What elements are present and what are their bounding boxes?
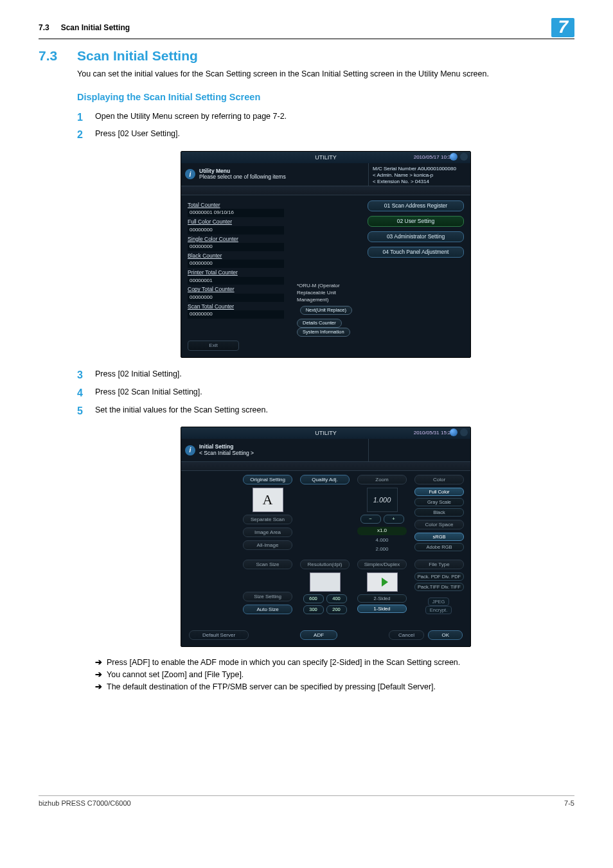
zoom-plus-button[interactable]: +	[384, 515, 404, 524]
zoom-value: 1.000	[367, 488, 398, 512]
default-server-button[interactable]: Default Server	[189, 630, 249, 640]
file-type-tiff[interactable]: Pack.TIFF Div. TIFF	[414, 583, 464, 591]
step-text-3: Press [02 Initial Setting].	[95, 368, 182, 382]
size-setting-button[interactable]: Size Setting	[243, 592, 292, 601]
scan-initial-setting-screenshot: UTILITY 2010/05/31 15:24 i Initial Setti…	[181, 427, 471, 647]
breadcrumb-2: < Scan Initial Setting >	[199, 450, 254, 457]
system-information-button[interactable]: System Information	[297, 328, 350, 337]
help-icon[interactable]	[450, 153, 458, 161]
auto-size-button[interactable]: Auto Size	[243, 605, 292, 614]
details-counter-button[interactable]: Details Counter	[297, 319, 342, 328]
step-number-2: 2	[77, 128, 95, 142]
exit-button[interactable]: Exit	[188, 341, 239, 351]
play-icon	[382, 578, 388, 587]
resolution-preview	[310, 572, 341, 592]
zoom-button[interactable]: Zoom	[357, 475, 407, 484]
file-type-pdf[interactable]: Pack. PDF Div. PDF	[414, 572, 464, 581]
zoom-x1[interactable]: x1.0	[357, 527, 407, 535]
resolution-button[interactable]: Resolution(dpi)	[300, 560, 350, 569]
original-setting-preview: A	[253, 488, 283, 512]
counter-black-value: 00000000	[188, 260, 284, 268]
res-300-button[interactable]: 300	[303, 605, 324, 614]
panel2-title: UTILITY	[315, 430, 337, 436]
counter-printer-value: 00000001	[188, 277, 284, 285]
color-button[interactable]: Color	[414, 475, 464, 484]
scan-address-register-button[interactable]: 01 Scan Address Register	[368, 200, 464, 211]
step-text-2: Press [02 User Setting].	[95, 128, 180, 142]
panel2-timestamp: 2010/05/31 15:24	[414, 427, 454, 439]
intro-paragraph: You can set the initial values for the S…	[77, 69, 574, 80]
arrow-icon: ➔	[95, 669, 107, 680]
subsection-title: Displaying the Scan Initial Setting Scre…	[77, 91, 574, 104]
counter-single-label: Single Color Counter	[188, 236, 284, 243]
file-type-jpeg[interactable]: JPEG	[428, 598, 450, 606]
counter-scan-value: 00000000	[188, 310, 284, 319]
res-600-button[interactable]: 600	[303, 594, 324, 603]
section-title: Scan Initial Setting	[77, 47, 198, 65]
panel-timestamp: 2010/05/17 10:38	[414, 152, 454, 163]
arrow-icon: ➔	[95, 657, 107, 668]
header-section-number: 7.3	[39, 22, 49, 33]
adobe-rgb-option[interactable]: Adobe RGB	[414, 543, 464, 551]
footer-product: bizhub PRESS C7000/C6000	[39, 799, 131, 808]
zoom-b: 2.000	[357, 546, 407, 553]
one-sided-option[interactable]: 1-Sided	[357, 605, 407, 613]
note-3: The default destination of the FTP/SMB s…	[107, 682, 574, 693]
arrow-icon: ➔	[95, 682, 107, 693]
file-type-button[interactable]: File Type	[414, 560, 464, 569]
simplex-duplex-button[interactable]: Simplex/Duplex	[357, 560, 407, 569]
cancel-button[interactable]: Cancel	[389, 630, 424, 640]
counter-total-label: Total Counter	[188, 202, 284, 209]
info-line2: Please select one of following items	[199, 174, 286, 181]
scan-size-button[interactable]: Scan Size	[243, 560, 292, 569]
full-color-option[interactable]: Full Color	[414, 488, 464, 496]
two-sided-option[interactable]: 2-Sided	[357, 594, 407, 603]
original-setting-button[interactable]: Original Setting	[243, 475, 292, 484]
administrator-setting-button[interactable]: 03 Administrator Setting	[368, 231, 464, 242]
file-type-encrypt[interactable]: Encrypt.	[425, 606, 452, 614]
counter-printer-label: Printer Total Counter	[188, 269, 284, 276]
power-icon[interactable]	[460, 429, 468, 436]
note-2: You cannot set [Zoom] and [File Type].	[107, 669, 574, 680]
adf-button[interactable]: ADF	[300, 630, 337, 640]
orum-note: *ORU-M (Operator Replaceable Unit Manage…	[297, 283, 355, 303]
next-unit-replace-button[interactable]: Next(Unit Replace)	[300, 306, 352, 315]
step-text-5: Set the initial values for the Scan Sett…	[95, 404, 268, 418]
step-text-1: Open the Utility Menu screen by referrin…	[95, 111, 287, 125]
counter-full-label: Full Color Counter	[188, 218, 284, 226]
black-option[interactable]: Black	[414, 508, 464, 517]
srgb-option[interactable]: sRGB	[414, 533, 464, 541]
panel-title: UTILITY	[315, 154, 337, 161]
help-icon[interactable]	[450, 429, 458, 436]
separate-scan-button[interactable]: Separate Scan	[243, 515, 292, 524]
ok-button[interactable]: OK	[428, 630, 463, 640]
header-section-title: Scan Initial Setting	[61, 22, 552, 33]
user-setting-button[interactable]: 02 User Setting	[368, 216, 464, 227]
touch-panel-adjustment-button[interactable]: 04 Touch Panel Adjustment	[368, 247, 464, 258]
gray-scale-option[interactable]: Gray Scale	[414, 498, 464, 506]
image-area-button[interactable]: Image Area	[243, 527, 292, 537]
meta-ext: < Extension No. > 04314	[373, 179, 466, 185]
counter-copy-label: Copy Total Counter	[188, 286, 284, 293]
power-icon[interactable]	[460, 153, 468, 161]
color-space-button[interactable]: Color Space	[414, 520, 464, 529]
step-text-4: Press [02 Scan Initial Setting].	[95, 386, 202, 400]
res-200-button[interactable]: 200	[326, 605, 347, 614]
counter-total-value: 00000001 09/10/16	[188, 209, 284, 217]
all-image-button[interactable]: All-Image	[243, 540, 292, 550]
info-icon: i	[185, 169, 195, 179]
res-400-button[interactable]: 400	[326, 594, 347, 603]
info-icon: i	[185, 445, 195, 456]
note-1: Press [ADF] to enable the ADF mode in wh…	[107, 657, 574, 668]
step-number-5: 5	[77, 404, 95, 418]
counter-black-label: Black Counter	[188, 252, 284, 260]
zoom-minus-button[interactable]: −	[360, 515, 381, 524]
step-number-1: 1	[77, 111, 95, 125]
footer-page: 7-5	[564, 799, 574, 808]
section-number: 7.3	[39, 47, 77, 65]
counter-full-value: 00000000	[188, 226, 284, 235]
step-number-4: 4	[77, 386, 95, 400]
utility-menu-screenshot: UTILITY 2010/05/17 10:38 i Utility Menu …	[181, 151, 471, 358]
quality-adj-button[interactable]: Quality Adj.	[300, 475, 350, 484]
simplex-preview	[367, 572, 398, 592]
